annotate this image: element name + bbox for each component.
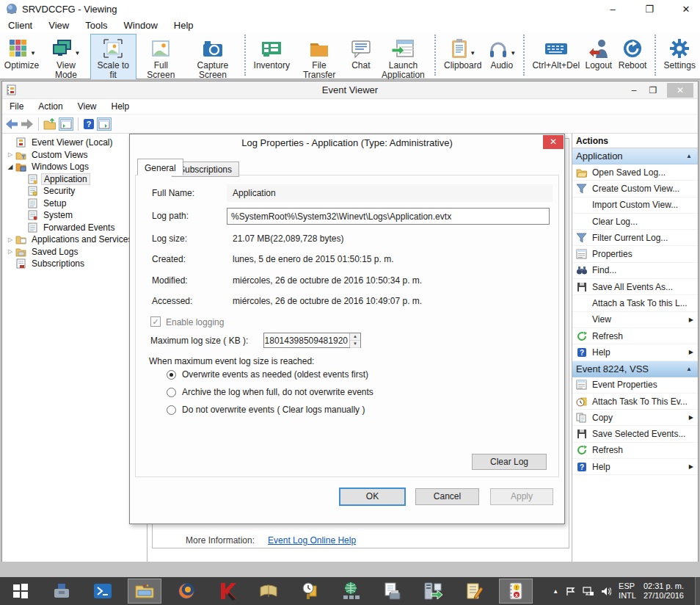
apply-button[interactable]: Apply xyxy=(490,488,553,505)
radio-button-icon[interactable] xyxy=(167,405,176,415)
tray-overflow-icon[interactable]: ▲ xyxy=(553,588,558,595)
tree-item-application[interactable]: Application xyxy=(14,173,147,186)
taskbar-app-server[interactable] xyxy=(417,577,449,605)
ctrl-alt-del-button[interactable]: Ctrl+Alt+Del xyxy=(530,34,582,73)
menu-client[interactable]: Client xyxy=(0,20,40,31)
ok-button[interactable]: OK xyxy=(340,488,405,505)
radio-button-icon[interactable] xyxy=(167,388,176,397)
action-attach-task-log[interactable]: Attach a Task To this L... xyxy=(572,295,698,311)
language-indicator[interactable]: ESP INTL xyxy=(619,582,636,601)
clipboard-button[interactable]: ▼ Clipboard xyxy=(441,34,484,73)
taskbar-powershell[interactable] xyxy=(87,577,119,605)
close-icon[interactable]: ✕ xyxy=(543,135,564,149)
ev-menu-file[interactable]: File xyxy=(2,101,31,112)
restore-icon[interactable]: ❐ xyxy=(644,85,663,95)
restore-icon[interactable]: ❐ xyxy=(641,4,657,15)
forward-arrow-icon[interactable] xyxy=(21,118,34,130)
network-tray-icon[interactable] xyxy=(583,587,594,596)
tree-item-windows-logs[interactable]: ◢ Windows Logs xyxy=(2,161,147,173)
full-screen-button[interactable]: Full Screen xyxy=(136,34,186,82)
show-action-pane-button[interactable] xyxy=(97,117,112,131)
taskbar-address-book[interactable] xyxy=(252,577,285,605)
menu-help[interactable]: Help xyxy=(166,20,202,31)
scale-to-fit-button[interactable]: Scale to fit xyxy=(90,34,136,82)
open-log-icon[interactable] xyxy=(43,118,56,130)
action-create-custom-view[interactable]: Create Custom View... xyxy=(572,181,698,197)
radio-button-icon[interactable] xyxy=(167,370,176,380)
max-log-size-spinner[interactable]: 18014398509481920 ▲ ▼ xyxy=(263,333,361,348)
action-help-event-submenu[interactable]: ? Help ▶ xyxy=(572,459,698,475)
minimize-icon[interactable]: – xyxy=(624,85,644,95)
show-desktop-button[interactable] xyxy=(695,577,700,605)
launch-application-button[interactable]: Launch Application xyxy=(376,34,430,82)
action-import-custom-view[interactable]: Import Custom View... xyxy=(572,198,698,214)
taskbar-firefox[interactable] xyxy=(170,577,203,605)
spin-up-icon[interactable]: ▲ xyxy=(350,333,360,341)
help-icon[interactable]: ? xyxy=(83,118,95,130)
action-center-flag-icon[interactable] xyxy=(566,587,575,596)
show-console-tree-button[interactable] xyxy=(59,117,73,131)
taskbar-task-scheduler[interactable] xyxy=(294,577,326,605)
action-copy-submenu[interactable]: Copy ▶ xyxy=(572,410,698,426)
action-attach-task-event[interactable]: Attach Task To This Ev... xyxy=(572,394,698,410)
action-properties[interactable]: Properties xyxy=(572,246,698,262)
taskbar-file-explorer[interactable] xyxy=(128,579,161,604)
reboot-button[interactable]: Reboot xyxy=(615,34,649,73)
tree-item-system[interactable]: System xyxy=(14,209,147,222)
cancel-button[interactable]: Cancel xyxy=(415,488,479,505)
back-arrow-icon[interactable] xyxy=(5,118,18,130)
enable-logging-checkbox[interactable]: ✓ xyxy=(150,316,161,327)
logout-button[interactable]: Logout xyxy=(582,34,615,73)
volume-tray-icon[interactable] xyxy=(601,587,611,596)
optimize-button[interactable]: ▼ Optimize xyxy=(1,34,42,73)
view-mode-button[interactable]: ▼ View Mode xyxy=(42,34,90,82)
action-clear-log[interactable]: Clear Log... xyxy=(572,214,698,230)
action-open-saved-log[interactable]: Open Saved Log... xyxy=(572,164,698,181)
collapse-caret-icon[interactable]: ▲ xyxy=(686,153,692,159)
tab-general[interactable]: General xyxy=(137,159,183,175)
menu-view[interactable]: View xyxy=(40,20,77,31)
close-icon[interactable]: ✕ xyxy=(667,83,693,98)
audio-button[interactable]: ▼ Audio xyxy=(484,34,519,73)
taskbar-event-viewer[interactable]: !x xyxy=(499,579,533,604)
collapse-caret-icon[interactable]: ▲ xyxy=(686,366,692,372)
start-button[interactable] xyxy=(4,577,37,605)
spin-down-icon[interactable]: ▼ xyxy=(350,341,360,348)
taskbar-server-manager[interactable] xyxy=(45,577,78,605)
radio-archive-log[interactable]: Archive the log when full, do not overwr… xyxy=(167,387,373,397)
action-find[interactable]: Find... xyxy=(572,263,698,279)
event-log-online-help-link[interactable]: Event Log Online Help xyxy=(268,535,356,546)
expander-collapsed-icon[interactable]: ▷ xyxy=(7,236,14,243)
taskbar-network-places[interactable] xyxy=(335,577,367,605)
actions-section-event-8224[interactable]: Event 8224, VSS ▲ xyxy=(572,361,698,377)
ev-menu-action[interactable]: Action xyxy=(31,101,70,112)
ev-menu-help[interactable]: Help xyxy=(104,101,137,112)
actions-section-application[interactable]: Application ▲ xyxy=(572,148,698,164)
menu-tools[interactable]: Tools xyxy=(77,20,115,31)
taskbar-notepad-pencil[interactable] xyxy=(458,577,490,605)
chat-button[interactable]: Chat xyxy=(346,34,376,73)
tree-item-custom-views[interactable]: ▷ Custom Views xyxy=(2,149,147,162)
action-save-all-events[interactable]: Save All Events As... xyxy=(572,279,698,295)
action-refresh-event[interactable]: Refresh xyxy=(572,443,698,459)
action-refresh[interactable]: Refresh xyxy=(572,328,698,344)
action-save-selected-events[interactable]: Save Selected Events... xyxy=(572,426,698,442)
tree-item-security[interactable]: Security xyxy=(14,185,147,198)
minimize-icon[interactable]: – xyxy=(605,4,621,15)
log-path-input[interactable] xyxy=(227,208,550,225)
expander-collapsed-icon[interactable]: ▷ xyxy=(7,248,14,255)
action-view-submenu[interactable]: View ▶ xyxy=(572,312,698,328)
taskbar-document-printer[interactable] xyxy=(376,577,408,605)
radio-overwrite-events[interactable]: Overwrite events as needed (oldest event… xyxy=(167,369,368,380)
inventory-button[interactable]: Inventory xyxy=(251,34,293,73)
action-help-submenu[interactable]: ? Help ▶ xyxy=(572,344,698,361)
tree-item-saved-logs[interactable]: ▷ Saved Logs xyxy=(2,246,147,258)
ev-menu-view[interactable]: View xyxy=(70,101,104,112)
menu-window[interactable]: Window xyxy=(116,20,166,31)
file-transfer-button[interactable]: File Transfer xyxy=(293,34,346,82)
tree-item-forwarded-events[interactable]: Forwarded Events xyxy=(14,222,147,234)
expander-expanded-icon[interactable]: ◢ xyxy=(7,163,14,170)
action-filter-current-log[interactable]: Filter Current Log... xyxy=(572,230,698,246)
close-icon[interactable]: ✕ xyxy=(678,4,694,15)
tree-item-setup[interactable]: Setup xyxy=(14,198,147,210)
